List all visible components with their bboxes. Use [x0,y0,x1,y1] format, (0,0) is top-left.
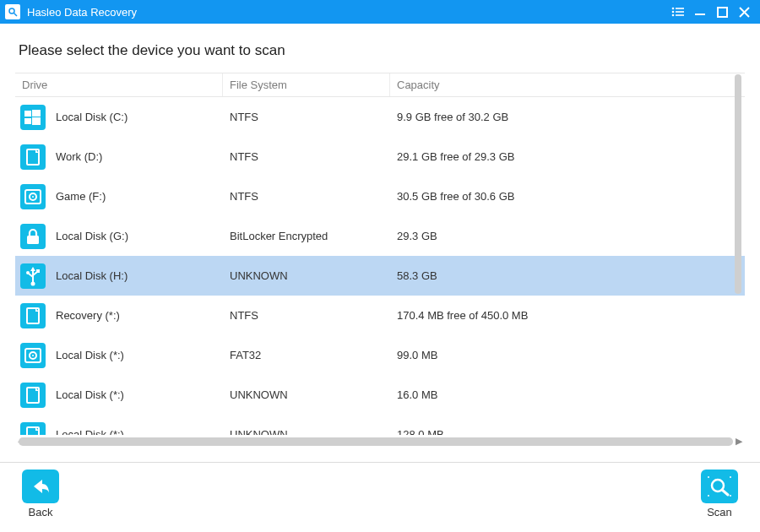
svg-point-13 [730,476,731,478]
svg-rect-3 [676,8,684,9]
titlebar: Hasleo Data Recovery [0,0,760,24]
drive-filesystem: NTFS [223,309,390,322]
horizontal-scrollbar[interactable]: ◀ ▶ [19,437,733,446]
svg-point-0 [9,8,14,14]
drive-name: Local Disk (G:) [56,230,128,242]
drive-filesystem: BitLocker Encrypted [223,230,390,242]
close-button[interactable] [733,2,755,22]
column-header-capacity[interactable]: Capacity [390,73,745,96]
drive-filesystem: UNKNOWN [223,269,390,282]
svg-point-2 [672,8,675,10]
scan-button[interactable]: Scan [701,470,738,518]
device-table: Drive File System Capacity Local Disk (C… [15,73,745,449]
list-view-button[interactable] [667,2,689,22]
drive-row[interactable]: Local Disk (*:)FAT3299.0 MB [15,335,745,375]
svg-line-1 [14,14,18,17]
disk-icon [20,184,46,209]
vertical-scrollbar[interactable] [735,74,741,434]
drive-filesystem: NTFS [223,150,390,163]
scroll-right-arrow-icon[interactable]: ▶ [736,436,742,447]
drive-capacity: 99.0 MB [390,349,745,361]
drive-capacity: 128.0 MB [390,428,745,435]
drive-row[interactable]: Work (D:)NTFS29.1 GB free of 29.3 GB [15,137,745,176]
app-icon [5,4,20,19]
drive-name: Local Disk (H:) [56,269,128,282]
svg-point-12 [708,476,709,478]
svg-rect-9 [718,8,727,17]
drive-row[interactable]: Local Disk (*:)UNKNOWN16.0 MB [15,375,745,415]
drive-row[interactable]: Local Disk (G:)BitLocker Encrypted29.3 G… [15,216,745,256]
drive-row[interactable]: Game (F:)NTFS30.5 GB free of 30.6 GB [15,176,745,216]
drive-capacity: 30.5 GB free of 30.6 GB [390,190,745,203]
drive-capacity: 16.0 MB [390,388,745,401]
back-icon [22,470,59,503]
document-icon [20,303,46,328]
back-label: Back [29,506,53,518]
drive-name: Game (F:) [56,190,106,203]
table-body: Local Disk (C:)NTFS9.9 GB free of 30.2 G… [15,97,745,435]
disk-icon [20,343,46,368]
drive-name: Local Disk (*:) [56,349,124,361]
table-header: Drive File System Capacity [15,73,745,97]
svg-point-15 [730,495,731,497]
drive-filesystem: NTFS [223,190,390,203]
page-instruction: Please select the device you want to sca… [19,42,745,59]
drive-capacity: 29.1 GB free of 29.3 GB [390,150,745,163]
document-icon [20,144,46,170]
drive-filesystem: NTFS [223,111,390,123]
lock-icon [20,224,46,249]
document-icon [20,383,46,408]
drive-row[interactable]: Local Disk (H:)UNKNOWN58.3 GB [15,256,745,296]
horizontal-scroll-thumb[interactable] [19,437,733,446]
drive-name: Local Disk (*:) [56,388,124,401]
footer: Back Scan [0,463,760,532]
drive-capacity: 58.3 GB [390,269,745,282]
drive-row[interactable]: Local Disk (C:)NTFS9.9 GB free of 30.2 G… [15,97,745,137]
main-content: Please select the device you want to sca… [0,24,760,462]
column-header-filesystem[interactable]: File System [223,73,390,96]
svg-point-6 [672,14,675,17]
svg-line-17 [722,490,728,495]
drive-name: Recovery (*:) [56,309,120,322]
windows-icon [20,105,46,130]
drive-filesystem: FAT32 [223,349,390,361]
vertical-scroll-thumb[interactable] [735,74,741,294]
minimize-button[interactable] [689,2,711,22]
back-button[interactable]: Back [22,470,59,518]
drive-filesystem: UNKNOWN [223,428,390,435]
app-title: Hasleo Data Recovery [27,6,137,19]
svg-rect-8 [695,14,705,15]
drive-row[interactable]: Local Disk (*:)UNKNOWN128.0 MB [15,415,745,435]
drive-capacity: 29.3 GB [390,230,745,242]
svg-point-4 [672,11,675,14]
usb-icon [20,263,46,289]
drive-capacity: 170.4 MB free of 450.0 MB [390,309,745,322]
drive-filesystem: UNKNOWN [223,388,390,401]
drive-name: Local Disk (*:) [56,428,124,435]
svg-rect-5 [676,11,684,13]
scan-label: Scan [707,506,732,518]
drive-name: Work (D:) [56,150,102,163]
drive-row[interactable]: Recovery (*:)NTFS170.4 MB free of 450.0 … [15,296,745,335]
svg-rect-7 [676,14,684,16]
maximize-button[interactable] [711,2,733,22]
column-header-drive[interactable]: Drive [15,73,223,96]
svg-point-14 [708,495,709,497]
drive-name: Local Disk (C:) [56,111,128,123]
document-icon [20,422,46,436]
scan-icon [701,470,738,503]
drive-capacity: 9.9 GB free of 30.2 GB [390,111,745,123]
